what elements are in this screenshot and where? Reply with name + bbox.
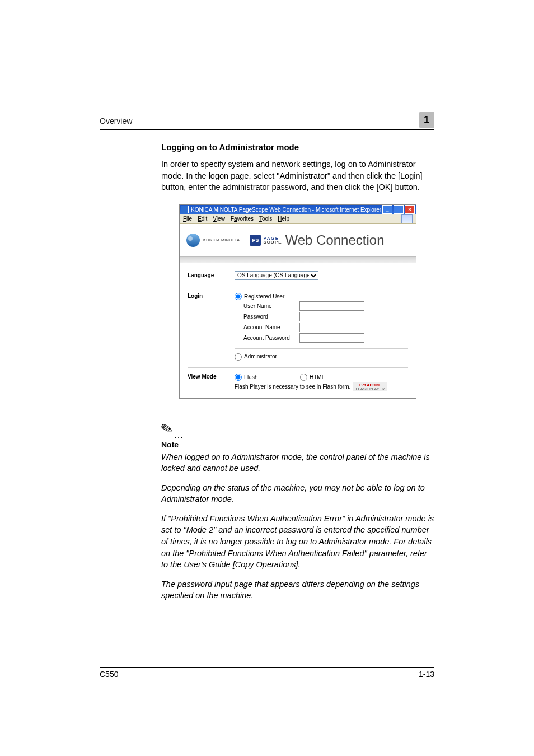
view-mode-label: View Mode — [188, 372, 235, 380]
globe-icon — [186, 234, 200, 247]
language-label: Language — [188, 271, 235, 278]
password-field[interactable] — [299, 312, 364, 321]
section-heading: Logging on to Administrator mode — [161, 142, 434, 152]
user-name-field[interactable] — [299, 301, 364, 311]
window-title: KONICA MINOLTA PageScope Web Connection … — [191, 207, 381, 213]
flash-note: Flash Player is necessary to see in Flas… — [235, 384, 350, 390]
menu-edit[interactable]: Edit — [198, 216, 207, 222]
window-close-button[interactable]: × — [405, 205, 415, 214]
banner-divider — [180, 256, 416, 263]
registered-user-label: Registered User — [244, 293, 284, 300]
language-select[interactable]: OS Language (OS Language) — [235, 271, 318, 280]
radio-html[interactable] — [300, 374, 307, 381]
pagescope-scope: SCOPE — [263, 240, 282, 244]
menu-tools[interactable]: Tools — [259, 216, 272, 222]
note-paragraph: When logged on to Administrator mode, th… — [161, 451, 434, 474]
note-icon: ✎… — [161, 424, 434, 438]
menu-help[interactable]: Help — [278, 216, 289, 222]
user-name-label: User Name — [243, 303, 299, 309]
radio-registered-user[interactable] — [235, 293, 242, 300]
note-label: Note — [161, 440, 434, 449]
window-titlebar: KONICA MINOLTA PageScope Web Connection … — [180, 205, 416, 214]
password-field-label: Password — [243, 314, 299, 320]
window-minimize-button[interactable]: _ — [382, 205, 392, 214]
administrator-label: Administrator — [244, 353, 277, 360]
note-paragraph: If "Prohibited Functions When Authentica… — [161, 513, 434, 571]
footer-page-number: 1-13 — [419, 670, 434, 679]
menu-bar: File Edit View Favorites Tools Help — [180, 214, 416, 224]
footer-rule — [100, 667, 434, 668]
note-paragraph: The password input page that appears dif… — [161, 578, 434, 601]
window-maximize-button[interactable]: □ — [394, 205, 404, 214]
footer-model: C550 — [100, 670, 118, 679]
note-paragraph: Depending on the status of the machine, … — [161, 482, 434, 505]
embedded-screenshot: KONICA MINOLTA PageScope Web Connection … — [179, 204, 416, 399]
product-name: Web Connection — [285, 232, 385, 248]
product-banner: KONICA MINOLTA PS PAGE SCOPE Web Connect… — [180, 224, 416, 256]
menu-favorites[interactable]: Favorites — [231, 216, 254, 222]
section-intro: In order to specify system and network s… — [161, 158, 434, 193]
html-option-label: HTML — [310, 374, 325, 380]
radio-flash[interactable] — [235, 374, 242, 381]
ie-throbber-icon — [401, 214, 413, 223]
account-name-label: Account Name — [243, 324, 299, 330]
menu-view[interactable]: View — [213, 216, 225, 222]
pagescope-badge-icon: PS — [250, 235, 261, 246]
account-name-field[interactable] — [299, 323, 364, 332]
chapter-badge: 1 — [419, 112, 434, 128]
account-password-field[interactable] — [299, 333, 364, 343]
flash-option-label: Flash — [244, 374, 300, 380]
menu-file[interactable]: File — [183, 216, 192, 222]
header-rule — [100, 129, 434, 130]
brand-text: KONICA MINOLTA — [203, 238, 240, 242]
ie-app-icon — [181, 206, 189, 213]
get-flash-player-badge[interactable]: Get ADOBEFLASH PLAYER — [353, 382, 387, 391]
running-head: Overview — [100, 116, 132, 128]
login-label: Login — [188, 292, 235, 299]
account-password-label: Account Password — [243, 335, 299, 341]
radio-administrator[interactable] — [235, 353, 242, 361]
